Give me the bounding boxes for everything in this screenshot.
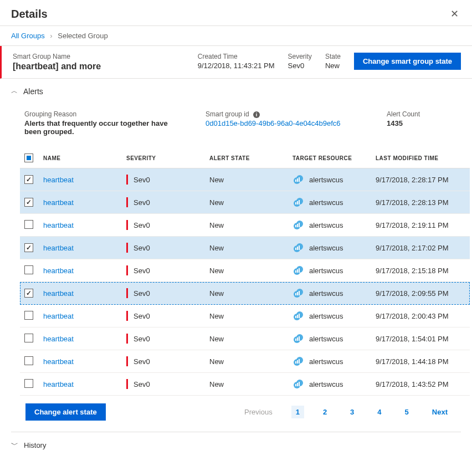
alert-count-label: Alert Count (387, 110, 448, 118)
pager-previous[interactable]: Previous (240, 406, 277, 418)
info-icon[interactable]: i (253, 111, 260, 118)
severity-value: Sev0 (134, 176, 150, 184)
sg-name: [heartbeat] and more (13, 62, 184, 71)
alert-name-link[interactable]: heartbeat (43, 380, 74, 388)
pager-page[interactable]: 2 (319, 406, 331, 418)
svg-rect-42 (295, 361, 296, 364)
last-modified-value: 9/17/2018, 2:15:18 PM (371, 259, 470, 282)
target-resource-value: alertswcus (309, 335, 343, 343)
target-resource-value: alertswcus (309, 221, 343, 229)
sg-id-link[interactable]: 0d01d15e-bd69-49b6-96a0-4e04c4b9efc6 (206, 119, 341, 127)
svg-rect-37 (295, 339, 296, 341)
alert-name-link[interactable]: heartbeat (43, 357, 74, 366)
row-checkbox[interactable] (24, 379, 33, 388)
svg-rect-8 (297, 201, 298, 204)
table-row[interactable]: heartbeatSev0Newalertswcus9/17/2018, 2:1… (20, 259, 470, 282)
target-resource-value: alertswcus (309, 357, 343, 366)
target-resource-value: alertswcus (309, 312, 343, 320)
table-row[interactable]: heartbeatSev0Newalertswcus9/17/2018, 1:4… (20, 350, 470, 373)
target-resource-value: alertswcus (309, 289, 343, 298)
row-checkbox[interactable] (24, 265, 33, 274)
row-checkbox[interactable] (24, 334, 33, 342)
severity-value: Sev0 (134, 198, 150, 207)
row-checkbox[interactable] (24, 198, 33, 207)
last-modified-value: 9/17/2018, 2:17:02 PM (371, 237, 470, 259)
alert-name-link[interactable]: heartbeat (43, 176, 74, 184)
resource-icon (293, 219, 304, 231)
alert-name-link[interactable]: heartbeat (43, 312, 74, 320)
change-smart-group-state-button[interactable]: Change smart group state (354, 53, 461, 70)
pager-next[interactable]: Next (428, 406, 452, 418)
svg-rect-4 (299, 177, 300, 182)
svg-rect-44 (299, 359, 300, 364)
row-checkbox[interactable] (24, 311, 33, 320)
table-row[interactable]: heartbeatSev0Newalertswcus9/17/2018, 2:0… (20, 305, 470, 327)
alerts-section-header[interactable]: ︿ Alerts (11, 86, 461, 100)
alert-name-link[interactable]: heartbeat (43, 267, 74, 275)
severity-bar-icon (126, 243, 128, 253)
select-all-checkbox[interactable] (24, 153, 33, 162)
svg-rect-17 (295, 248, 296, 250)
sg-state-label: State (325, 53, 341, 60)
pager-page[interactable]: 5 (401, 406, 413, 418)
table-row[interactable]: heartbeatSev0Newalertswcus9/17/2018, 2:2… (20, 191, 470, 214)
svg-rect-23 (297, 269, 298, 273)
pager-page[interactable]: 1 (291, 406, 304, 418)
alert-state-value: New (205, 373, 288, 396)
svg-rect-27 (295, 293, 296, 295)
alert-name-link[interactable]: heartbeat (43, 289, 74, 298)
svg-rect-7 (295, 202, 296, 204)
last-modified-value: 9/17/2018, 2:09:55 PM (371, 282, 470, 305)
pager-page[interactable]: 4 (373, 406, 386, 418)
history-section-title: History (24, 441, 46, 449)
row-checkbox[interactable] (24, 243, 33, 252)
alert-name-link[interactable]: heartbeat (43, 221, 74, 229)
last-modified-value: 9/17/2018, 1:54:01 PM (371, 327, 470, 350)
row-checkbox[interactable] (24, 175, 33, 184)
last-modified-value: 9/17/2018, 2:00:43 PM (371, 305, 470, 327)
target-resource-value: alertswcus (309, 244, 343, 252)
table-row[interactable]: heartbeatSev0Newalertswcus9/17/2018, 2:0… (20, 282, 470, 305)
alert-state-value: New (205, 214, 288, 237)
sg-id-label: Smart group id i (206, 110, 365, 118)
pager-page[interactable]: 3 (346, 406, 358, 418)
svg-rect-2 (295, 180, 296, 182)
alert-state-value: New (205, 259, 288, 282)
alert-name-link[interactable]: heartbeat (43, 198, 74, 207)
change-alert-state-button[interactable]: Change alert state (25, 403, 106, 421)
severity-value: Sev0 (134, 335, 150, 343)
col-severity[interactable]: SEVERITY (122, 148, 205, 168)
svg-rect-19 (299, 245, 300, 250)
table-row[interactable]: heartbeatSev0Newalertswcus9/17/2018, 2:1… (20, 237, 470, 259)
target-resource-value: alertswcus (309, 198, 343, 207)
sg-id-label-text: Smart group id (206, 110, 249, 118)
svg-rect-13 (297, 224, 298, 227)
last-modified-value: 9/17/2018, 2:19:11 PM (371, 214, 470, 237)
col-name[interactable]: NAME (39, 148, 122, 168)
col-alert-state[interactable]: ALERT STATE (205, 148, 288, 168)
col-last-modified[interactable]: LAST MODIFIED TIME (371, 148, 470, 168)
row-checkbox[interactable] (24, 220, 33, 229)
row-checkbox[interactable] (24, 356, 33, 365)
close-icon[interactable]: ✕ (448, 6, 461, 22)
history-section-header[interactable]: ﹀ History (11, 432, 461, 458)
alert-name-link[interactable]: heartbeat (43, 244, 74, 252)
svg-rect-9 (299, 200, 300, 204)
table-row[interactable]: heartbeatSev0Newalertswcus9/17/2018, 1:5… (20, 327, 470, 350)
table-row[interactable]: heartbeatSev0Newalertswcus9/17/2018, 2:1… (20, 214, 470, 237)
severity-value: Sev0 (134, 312, 150, 320)
target-resource-value: alertswcus (309, 267, 343, 275)
table-row[interactable]: heartbeatSev0Newalertswcus9/17/2018, 1:4… (20, 373, 470, 396)
breadcrumb-root[interactable]: All Groups (11, 32, 45, 40)
severity-value: Sev0 (134, 244, 150, 252)
table-row[interactable]: heartbeatSev0Newalertswcus9/17/2018, 2:2… (20, 168, 470, 191)
alert-name-link[interactable]: heartbeat (43, 335, 74, 343)
chevron-down-icon: ﹀ (11, 440, 18, 450)
row-checkbox[interactable] (24, 289, 33, 298)
col-target[interactable]: TARGET RESOURCE (288, 148, 371, 168)
severity-bar-icon (126, 220, 128, 230)
svg-rect-14 (299, 223, 300, 227)
severity-bar-icon (126, 288, 128, 298)
resource-icon (293, 378, 304, 390)
grouping-reason-label: Grouping Reason (24, 110, 183, 118)
